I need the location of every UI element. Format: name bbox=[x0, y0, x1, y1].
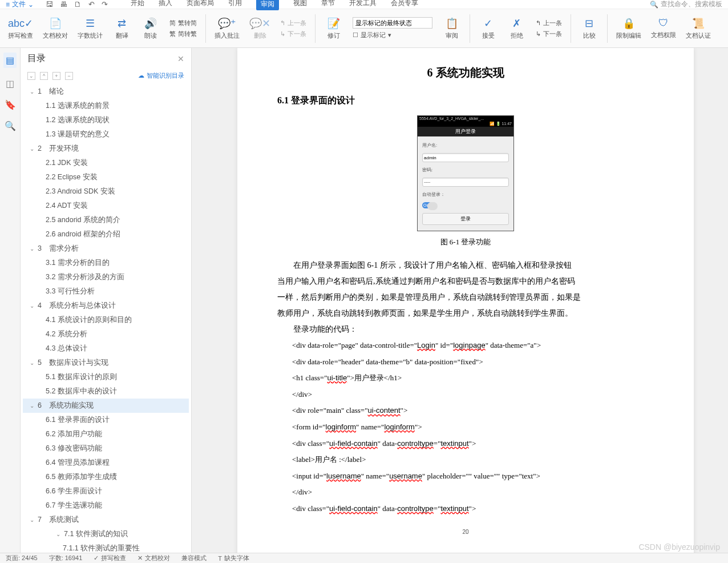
toc-item[interactable]: ⌄7.1 软件测试的知识 bbox=[23, 527, 189, 541]
show-markup-button[interactable]: ☐显示标记 ▾ bbox=[353, 31, 432, 39]
review-pane-button[interactable]: 📋 审阅 bbox=[439, 11, 464, 46]
toc-item[interactable]: 6.1 登录界面的设计 bbox=[23, 413, 189, 427]
toc-item[interactable]: 2.2 Eclipse 安装 bbox=[23, 170, 189, 184]
outline-tab[interactable]: ▤ bbox=[3, 53, 17, 68]
convert-trad-button[interactable]: 简繁转简 bbox=[169, 19, 197, 27]
next-comment-button[interactable]: ↳下一条 bbox=[280, 30, 306, 38]
toc-item[interactable]: 6.3 修改密码功能 bbox=[23, 441, 189, 456]
find-tab[interactable]: 🔍 bbox=[5, 120, 16, 131]
bookmarks-tab[interactable]: 🔖 bbox=[5, 99, 16, 110]
toc-item[interactable]: 6.6 学生界面设计 bbox=[23, 484, 189, 498]
chevron-down-icon[interactable]: ⌄ bbox=[30, 246, 35, 252]
status-proof[interactable]: ✕文档校对 bbox=[137, 554, 170, 562]
toc-item[interactable]: 4.3 总体设计 bbox=[23, 341, 189, 356]
toc-list[interactable]: ⌄1 绪论1.1 选课系统的前景1.2 选课系统的现状1.3 课题研究的意义⌄2… bbox=[21, 85, 191, 554]
toc-item[interactable]: ⌄7 系统测试 bbox=[23, 513, 189, 527]
prev-change-button[interactable]: ↰上一条 bbox=[536, 19, 562, 27]
tab-references[interactable]: 引用 bbox=[228, 0, 242, 10]
toc-item[interactable]: ⌄5 数据库设计与实现 bbox=[23, 356, 189, 370]
chevron-down-icon[interactable]: ⌄ bbox=[30, 517, 35, 523]
collapse-button[interactable]: ⌄ bbox=[27, 72, 35, 80]
chevron-down-icon[interactable]: ⌄ bbox=[30, 360, 35, 366]
tab-review[interactable]: 审阅 bbox=[256, 0, 279, 10]
chevron-down-icon[interactable]: ⌄ bbox=[30, 146, 35, 152]
permissions-button[interactable]: 🛡 文档权限 bbox=[648, 11, 680, 46]
command-search[interactable]: 🔍 查找命令、搜索模板 bbox=[650, 0, 722, 9]
save-icon[interactable]: 🖫 bbox=[46, 0, 53, 9]
toc-item[interactable]: 2.4 ADT 安装 bbox=[23, 199, 189, 213]
accept-button[interactable]: ✓ 接受 bbox=[475, 11, 501, 46]
toc-item[interactable]: 6.7 学生选课功能 bbox=[23, 498, 189, 513]
status-page[interactable]: 页面: 24/45 bbox=[6, 554, 38, 562]
thumbnails-tab[interactable]: ◫ bbox=[6, 78, 14, 89]
expand-button[interactable]: ^ bbox=[40, 72, 48, 80]
convert-simp-button[interactable]: 繁简转繁 bbox=[169, 30, 197, 38]
toc-item[interactable]: ⌄1 绪论 bbox=[23, 85, 189, 99]
toc-item[interactable]: ⌄3 需求分析 bbox=[23, 242, 189, 256]
chevron-down-icon[interactable]: ⌄ bbox=[30, 403, 35, 409]
remove-button[interactable]: − bbox=[65, 72, 73, 80]
toc-item[interactable]: 4.1 系统设计的原则和目的 bbox=[23, 313, 189, 327]
chevron-down-icon[interactable]: ⌄ bbox=[30, 89, 35, 95]
toc-item[interactable]: 5.1 数据库设计的原则 bbox=[23, 370, 189, 384]
tab-start[interactable]: 开始 bbox=[131, 0, 144, 10]
toc-item[interactable]: 2.1 JDK 安装 bbox=[23, 156, 189, 170]
spell-check-button[interactable]: abc✓ 拼写检查 bbox=[5, 11, 37, 46]
smart-toc-button[interactable]: ☁ 智能识别目录 bbox=[138, 71, 184, 80]
toc-item[interactable]: 6.5 教师添加学生成绩 bbox=[23, 470, 189, 484]
status-spell[interactable]: ✓拼写检查 bbox=[94, 554, 126, 562]
redo-icon[interactable]: ↷ bbox=[102, 0, 108, 9]
chevron-down-icon: ⌄ bbox=[28, 1, 34, 9]
tab-layout[interactable]: 页面布局 bbox=[187, 0, 214, 10]
print-icon[interactable]: 🖶 bbox=[60, 0, 67, 9]
toc-item[interactable]: 2.3 Android SDK 安装 bbox=[23, 184, 189, 199]
tab-insert[interactable]: 插入 bbox=[159, 0, 172, 10]
file-menu[interactable]: ≡ 文件 ⌄ bbox=[6, 0, 34, 9]
cert-button[interactable]: 📜 文档认证 bbox=[682, 11, 714, 46]
toc-item[interactable]: ⌄2 开发环境 bbox=[23, 142, 189, 156]
toc-item[interactable]: 3.1 需求分析的目的 bbox=[23, 256, 189, 270]
toc-item[interactable]: 6.4 管理员添加课程 bbox=[23, 456, 189, 470]
toc-item[interactable]: 3.3 可行性分析 bbox=[23, 284, 189, 299]
status-wordcount[interactable]: 字数: 16941 bbox=[49, 554, 83, 562]
tab-member[interactable]: 会员专享 bbox=[391, 0, 418, 10]
undo-icon[interactable]: ↶ bbox=[88, 0, 95, 9]
delete-comment-button[interactable]: 💬✕ 删除 bbox=[246, 11, 274, 46]
tab-view[interactable]: 视图 bbox=[293, 0, 307, 10]
status-missing-font[interactable]: T缺失字体 bbox=[218, 554, 249, 562]
toc-item[interactable]: 1.3 课题研究的意义 bbox=[23, 127, 189, 142]
wordcount-button[interactable]: ☰ 字数统计 bbox=[74, 11, 106, 46]
toc-item[interactable]: ⌄4 系统分析与总体设计 bbox=[23, 299, 189, 313]
restrict-editing-button[interactable]: 🔒 限制编辑 bbox=[613, 11, 645, 46]
reject-button[interactable]: ✗ 拒绝 bbox=[504, 11, 529, 46]
toc-item[interactable]: 4.2 系统分析 bbox=[23, 327, 189, 341]
next-change-button[interactable]: ↳下一条 bbox=[536, 30, 562, 38]
toc-item[interactable]: ⌄6 系统功能实现 bbox=[23, 399, 189, 413]
chevron-down-icon[interactable]: ⌄ bbox=[30, 303, 35, 309]
tab-devtools[interactable]: 开发工具 bbox=[349, 0, 377, 10]
document-area[interactable]: 6 系统功能实现 6.1 登录界面的设计 5554:AVD_for_3_2_HV… bbox=[192, 48, 728, 554]
prev-comment-button[interactable]: ↰上一条 bbox=[280, 19, 306, 27]
add-button[interactable]: + bbox=[52, 72, 60, 80]
paragraph: 登录功能的代码： bbox=[277, 321, 654, 337]
toc-item[interactable]: 1.1 选课系统的前景 bbox=[23, 99, 189, 113]
close-icon[interactable]: ✕ bbox=[177, 54, 184, 63]
translate-button[interactable]: ⇄ 翻译 bbox=[109, 11, 135, 46]
tab-chapter[interactable]: 章节 bbox=[321, 0, 335, 10]
compare-button[interactable]: ⊟ 比较 bbox=[576, 11, 602, 46]
preview-icon[interactable]: 🗋 bbox=[74, 0, 82, 9]
toc-item[interactable]: 1.2 选课系统的现状 bbox=[23, 113, 189, 127]
new-comment-button[interactable]: 💬⁺ 插入批注 bbox=[211, 11, 243, 46]
toc-item[interactable]: 2.6 android 框架的介绍 bbox=[23, 227, 189, 242]
toc-item[interactable]: 3.2 需求分析涉及的方面 bbox=[23, 270, 189, 284]
toc-item[interactable]: 2.5 andorid 系统的简介 bbox=[23, 213, 189, 227]
read-aloud-button[interactable]: 🔊 朗读 bbox=[137, 11, 163, 46]
track-changes-button[interactable]: 📝 修订 bbox=[321, 11, 346, 46]
display-mode-dropdown[interactable] bbox=[353, 17, 432, 29]
proofread-button[interactable]: 📄 文档校对 bbox=[39, 11, 71, 46]
toc-item[interactable]: 7.1.1 软件测试的重要性 bbox=[23, 541, 189, 554]
chevron-down-icon[interactable]: ⌄ bbox=[56, 531, 62, 537]
status-compat[interactable]: 兼容模式 bbox=[181, 554, 207, 562]
toc-item[interactable]: 5.2 数据库中表的设计 bbox=[23, 384, 189, 399]
toc-item[interactable]: 6.2 添加用户功能 bbox=[23, 427, 189, 441]
